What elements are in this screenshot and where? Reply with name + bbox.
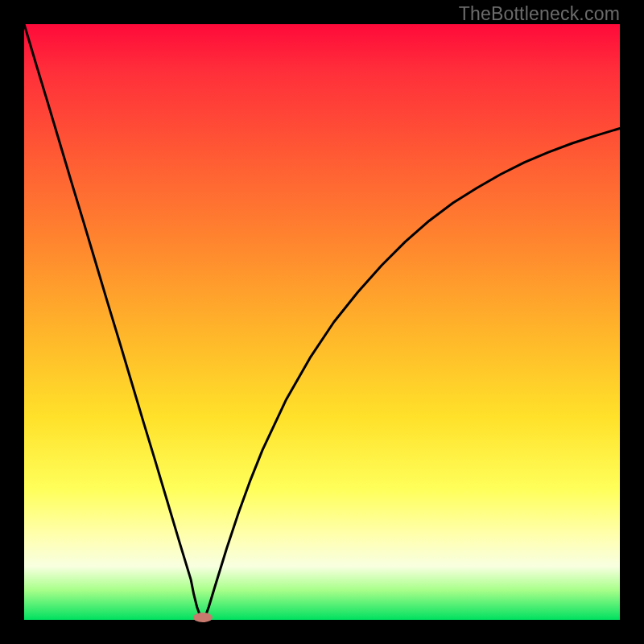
chart-frame: TheBottleneck.com <box>0 0 644 644</box>
bottleneck-curve <box>24 24 620 620</box>
watermark-text: TheBottleneck.com <box>459 3 620 25</box>
minimum-marker <box>193 613 213 622</box>
curve-svg <box>24 24 620 620</box>
plot-area <box>24 24 620 620</box>
